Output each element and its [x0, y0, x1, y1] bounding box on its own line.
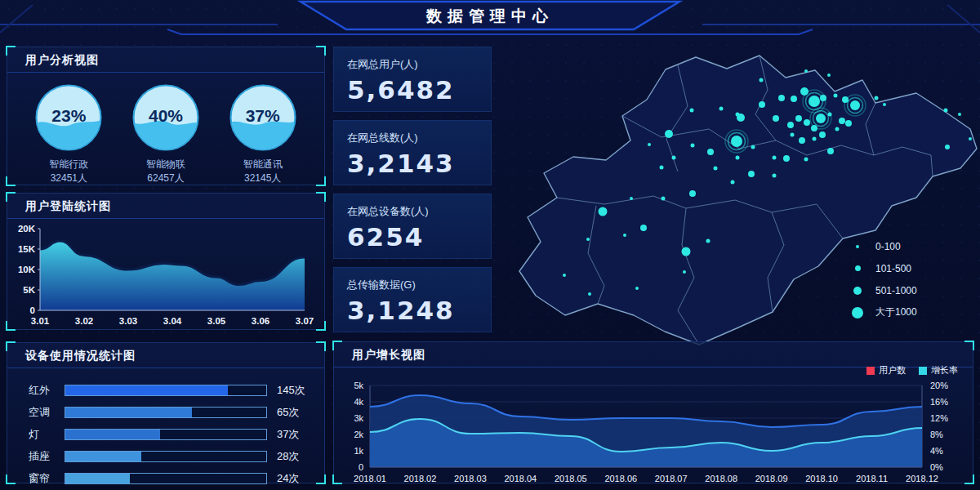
- svg-text:8%: 8%: [930, 430, 943, 439]
- svg-text:2018.09: 2018.09: [755, 474, 788, 483]
- stat-label: 在网总用户(人): [347, 57, 478, 72]
- device-bar-fill: [65, 408, 192, 417]
- stat-card-total-data: 总传输数据(G) 3,1248: [333, 267, 492, 332]
- login-area-chart: 05K10K15K20K3.013.023.033.043.053.063.07: [7, 219, 324, 328]
- legend-label: 用户数: [879, 364, 906, 376]
- legend-dot-icon: [853, 287, 862, 295]
- stat-card-total-devices: 在网总设备数(人) 6254: [333, 194, 492, 259]
- svg-text:2018.10: 2018.10: [805, 474, 838, 483]
- svg-text:3.04: 3.04: [163, 316, 182, 326]
- svg-text:2018.05: 2018.05: [555, 474, 587, 483]
- segment-comms: 37% 智能通讯 32145人: [220, 83, 305, 185]
- svg-text:2018.11: 2018.11: [856, 474, 888, 483]
- svg-text:3.07: 3.07: [296, 316, 314, 326]
- stat-label: 在网总设备数(人): [347, 204, 478, 219]
- device-bar-fill: [65, 385, 228, 395]
- device-count: 145次: [277, 383, 313, 398]
- device-name: 插座: [29, 449, 63, 464]
- device-row: 灯 37次: [29, 423, 313, 445]
- segment-gauges: 23% 智能行政 32451人 40% 智能物联 62457人: [7, 73, 324, 185]
- legend-swatch-icon: [866, 367, 875, 375]
- panel-device-usage: 设备使用情况统计图 红外 145次 空调 65次 灯 37次 插座 28次 窗帘…: [7, 342, 325, 483]
- legend-label: 增长率: [931, 364, 958, 376]
- svg-text:2018.08: 2018.08: [705, 474, 737, 483]
- svg-text:1k: 1k: [354, 446, 363, 456]
- legend-dot-icon: [855, 265, 861, 271]
- device-count: 37次: [277, 427, 313, 442]
- device-row: 红外 145次: [29, 379, 313, 401]
- panel-title: 用户分析视图: [7, 47, 324, 73]
- stat-value: 6254: [347, 222, 478, 252]
- legend-label: 大于1000: [875, 305, 917, 319]
- svg-text:2018.02: 2018.02: [404, 474, 437, 483]
- percent-value: 37%: [229, 83, 297, 149]
- growth-area-chart: 01k2k3k4k5k0%4%8%12%16%20%2018.012018.02…: [334, 368, 973, 483]
- svg-text:3.06: 3.06: [252, 316, 270, 326]
- svg-text:20%: 20%: [930, 381, 948, 390]
- device-bar: [65, 473, 267, 484]
- device-bar-fill: [65, 430, 160, 439]
- stat-label: 总传输数据(G): [347, 278, 478, 292]
- percent-value: 23%: [34, 83, 103, 149]
- growth-legend: 用户数 增长率: [866, 364, 958, 376]
- svg-text:3.05: 3.05: [207, 316, 226, 326]
- device-bar: [65, 407, 267, 418]
- segment-iot: 40% 智能物联 62457人: [123, 83, 208, 185]
- svg-text:0: 0: [30, 305, 35, 315]
- panel-user-analysis: 用户分析视图 23% 智能行政 32451人: [7, 47, 325, 185]
- panel-login-stats: 用户登陆统计图 05K10K15K20K3.013.023.033.043.05…: [7, 193, 325, 330]
- legend-label: 0-100: [875, 241, 901, 252]
- device-bar-fill: [65, 474, 130, 483]
- legend-label: 101-500: [875, 263, 911, 274]
- percent-gauge: 23%: [34, 83, 103, 152]
- svg-text:2018.01: 2018.01: [354, 474, 386, 483]
- device-name: 空调: [29, 405, 63, 420]
- device-bar-fill: [65, 452, 141, 461]
- svg-text:5k: 5k: [354, 381, 363, 390]
- stat-label: 在网总线数(人): [347, 131, 478, 145]
- svg-text:2018.06: 2018.06: [604, 474, 637, 483]
- stat-value: 3,2143: [347, 149, 478, 178]
- svg-text:2018.12: 2018.12: [906, 474, 938, 483]
- segment-name: 智能物联: [123, 158, 208, 172]
- map-legend-item[interactable]: 0-100: [851, 235, 917, 257]
- svg-text:3k: 3k: [354, 413, 363, 423]
- device-name: 灯: [29, 427, 63, 442]
- svg-text:3.01: 3.01: [31, 316, 50, 326]
- svg-text:3.03: 3.03: [119, 316, 137, 326]
- svg-text:5K: 5K: [23, 285, 35, 295]
- device-count: 65次: [277, 405, 313, 420]
- map-legend-item[interactable]: 大于1000: [851, 301, 917, 323]
- svg-text:10K: 10K: [18, 265, 36, 274]
- stat-value: 5,6482: [347, 75, 478, 105]
- svg-text:12%: 12%: [930, 413, 948, 423]
- legend-item-growth-rate[interactable]: 增长率: [919, 364, 958, 376]
- legend-item-users[interactable]: 用户数: [866, 364, 906, 376]
- device-row: 插座 28次: [29, 445, 313, 467]
- map-legend-item[interactable]: 101-500: [851, 257, 917, 279]
- panel-user-growth: 用户增长视图 用户数 增长率 01k2k3k4k5k0%4%8%12%16%20…: [333, 341, 973, 483]
- svg-text:0: 0: [359, 462, 363, 472]
- svg-text:4k: 4k: [354, 397, 363, 407]
- device-name: 窗帘: [29, 471, 63, 486]
- panel-title: 设备使用情况统计图: [7, 343, 324, 368]
- svg-text:4%: 4%: [930, 446, 943, 456]
- map-legend-item[interactable]: 501-1000: [851, 279, 917, 301]
- legend-dot-icon: [856, 245, 859, 248]
- device-row: 空调 65次: [29, 401, 313, 423]
- panel-title: 用户登陆统计图: [7, 194, 324, 219]
- device-bar: [65, 451, 267, 462]
- segment-admin: 23% 智能行政 32451人: [26, 83, 111, 185]
- percent-value: 40%: [131, 83, 200, 149]
- device-bar: [65, 429, 267, 440]
- legend-dot-icon: [852, 307, 863, 318]
- device-count: 28次: [277, 449, 313, 464]
- device-bar: [65, 385, 267, 396]
- svg-text:0%: 0%: [930, 462, 943, 472]
- device-count: 24次: [277, 471, 313, 486]
- svg-text:20K: 20K: [18, 224, 36, 234]
- stat-card-total-lines: 在网总线数(人) 3,2143: [333, 120, 492, 185]
- device-bar-chart: 红外 145次 空调 65次 灯 37次 插座 28次 窗帘 24次: [7, 368, 324, 489]
- svg-text:16%: 16%: [930, 397, 948, 407]
- stat-value: 3,1248: [347, 296, 478, 325]
